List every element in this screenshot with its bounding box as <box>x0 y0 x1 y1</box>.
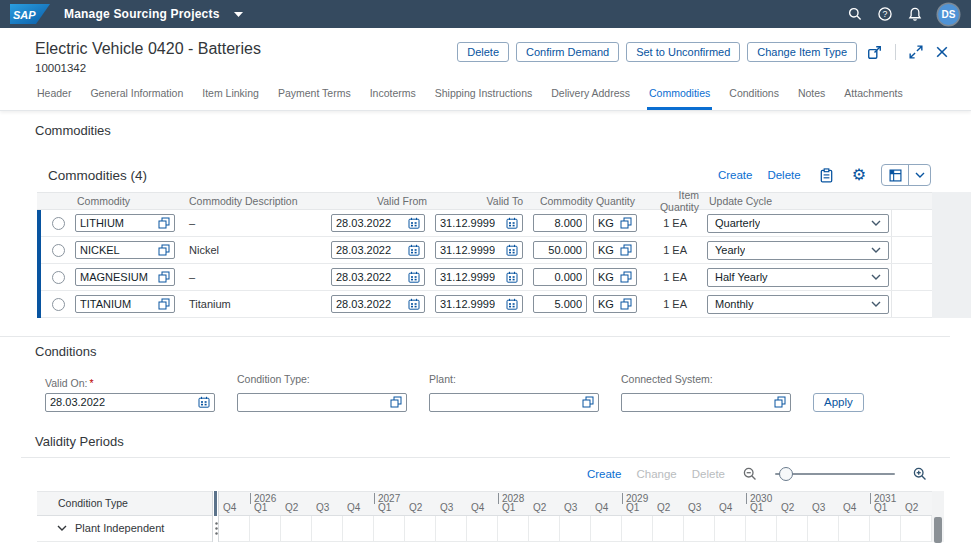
vertical-scrollbar[interactable] <box>932 491 944 542</box>
condition-type-input[interactable] <box>237 393 407 412</box>
value-help-icon[interactable] <box>158 298 170 310</box>
calendar-icon[interactable] <box>506 244 518 256</box>
update-cycle-select[interactable]: Half Yearly <box>707 268 889 287</box>
vp-create-button[interactable]: Create <box>587 468 622 480</box>
timeline-quarter[interactable]: Q4 <box>219 492 250 515</box>
unit-input[interactable]: KG <box>593 268 637 286</box>
vp-change-button[interactable]: Change <box>636 468 676 480</box>
expand-chevron-icon[interactable] <box>57 525 67 531</box>
tab-commodities[interactable]: Commodities <box>647 87 712 110</box>
timeline-quarter[interactable]: 2031Q1 <box>870 492 901 515</box>
row-select-radio[interactable] <box>52 298 65 311</box>
settings-gear-icon[interactable]: ⚙ <box>852 168 866 182</box>
set-to-unconfirmed-button[interactable]: Set to Unconfirmed <box>626 42 740 62</box>
tab-delivery-address[interactable]: Delivery Address <box>549 87 632 110</box>
value-help-icon[interactable] <box>620 298 632 310</box>
zoom-slider[interactable] <box>775 467 895 481</box>
commodity-input[interactable]: LITHIUM <box>75 214 175 232</box>
timeline-quarter[interactable]: Q2 <box>777 492 808 515</box>
value-help-icon[interactable] <box>582 396 594 408</box>
timeline-quarter[interactable]: 2027Q1 <box>374 492 405 515</box>
calendar-icon[interactable] <box>408 298 420 310</box>
gantt-cell[interactable] <box>219 516 250 542</box>
gantt-cell[interactable] <box>374 516 405 542</box>
gantt-cell[interactable] <box>808 516 839 542</box>
tab-incoterms[interactable]: Incoterms <box>368 87 418 110</box>
row-select-radio[interactable] <box>52 271 65 284</box>
table-create-button[interactable]: Create <box>718 169 753 181</box>
table-delete-button[interactable]: Delete <box>767 169 800 181</box>
gantt-cell[interactable] <box>653 516 684 542</box>
commodity-input[interactable]: TITANIUM <box>75 295 175 313</box>
zoom-in-icon[interactable] <box>910 465 930 483</box>
unit-input[interactable]: KG <box>593 241 637 259</box>
paste-icon[interactable] <box>816 166 837 185</box>
timeline-quarter[interactable]: 2028Q1 <box>498 492 529 515</box>
value-help-icon[interactable] <box>620 271 632 283</box>
update-cycle-select[interactable]: Yearly <box>707 241 889 260</box>
calendar-icon[interactable] <box>198 396 210 408</box>
calendar-icon[interactable] <box>506 298 518 310</box>
timeline-quarter[interactable]: Q3 <box>808 492 839 515</box>
gantt-cell[interactable] <box>467 516 498 542</box>
export-button[interactable] <box>882 165 909 185</box>
timeline-quarter[interactable]: Q2 <box>901 492 932 515</box>
timeline-quarter[interactable]: Q4 <box>715 492 746 515</box>
calendar-icon[interactable] <box>408 271 420 283</box>
quantity-input[interactable]: 8.000 <box>533 214 587 232</box>
quantity-input[interactable]: 50.000 <box>533 241 587 259</box>
slider-thumb[interactable] <box>779 467 793 481</box>
update-cycle-select[interactable]: Monthly <box>707 295 889 314</box>
export-menu-chevron-icon[interactable] <box>909 165 930 185</box>
gantt-cell[interactable] <box>777 516 808 542</box>
change-item-type-button[interactable]: Change Item Type <box>747 42 857 62</box>
search-icon[interactable] <box>848 7 862 21</box>
value-help-icon[interactable] <box>774 396 786 408</box>
timeline-quarter[interactable]: Q4 <box>591 492 622 515</box>
value-help-icon[interactable] <box>620 244 632 256</box>
update-cycle-select[interactable]: Quarterly <box>707 214 889 233</box>
avatar[interactable]: DS <box>938 4 959 25</box>
gantt-cell[interactable] <box>746 516 777 542</box>
row-select-radio[interactable] <box>52 217 65 230</box>
gantt-cell[interactable] <box>343 516 374 542</box>
gantt-cell[interactable] <box>560 516 591 542</box>
timeline-quarter[interactable]: 2029Q1 <box>622 492 653 515</box>
calendar-icon[interactable] <box>506 217 518 229</box>
quantity-input[interactable]: 0.000 <box>533 268 587 286</box>
tab-conditions[interactable]: Conditions <box>727 87 781 110</box>
tab-general-information[interactable]: General Information <box>88 87 185 110</box>
gantt-cell[interactable] <box>901 516 932 542</box>
gantt-cell[interactable] <box>281 516 312 542</box>
gantt-cell[interactable] <box>684 516 715 542</box>
timeline-quarter[interactable]: Q3 <box>684 492 715 515</box>
unit-input[interactable]: KG <box>593 214 637 232</box>
commodity-input[interactable]: NICKEL <box>75 241 175 259</box>
scrollbar-thumb[interactable] <box>934 517 942 543</box>
gantt-cell[interactable] <box>498 516 529 542</box>
confirm-demand-button[interactable]: Confirm Demand <box>516 42 619 62</box>
fullscreen-icon[interactable] <box>906 43 926 61</box>
value-help-icon[interactable] <box>158 244 170 256</box>
gantt-cell[interactable] <box>591 516 622 542</box>
commodity-input[interactable]: MAGNESIUM <box>75 268 175 286</box>
plant-input[interactable] <box>429 393 599 412</box>
share-icon[interactable] <box>864 43 885 62</box>
value-help-icon[interactable] <box>620 217 632 229</box>
gantt-cell[interactable] <box>870 516 901 542</box>
gantt-cell[interactable] <box>622 516 653 542</box>
gantt-cell[interactable] <box>405 516 436 542</box>
vp-delete-button[interactable]: Delete <box>692 468 725 480</box>
valid-to-input[interactable]: 31.12.9999 <box>435 241 523 259</box>
tab-notes[interactable]: Notes <box>796 87 827 110</box>
gantt-cell[interactable] <box>529 516 560 542</box>
timeline-quarter[interactable]: 2026Q1 <box>250 492 281 515</box>
timeline-quarter[interactable]: Q3 <box>436 492 467 515</box>
quantity-input[interactable]: 5.000 <box>533 295 587 313</box>
gantt-cell[interactable] <box>715 516 746 542</box>
valid-from-input[interactable]: 28.03.2022 <box>331 241 425 259</box>
valid-to-input[interactable]: 31.12.9999 <box>435 214 523 232</box>
valid-to-input[interactable]: 31.12.9999 <box>435 268 523 286</box>
value-help-icon[interactable] <box>158 271 170 283</box>
close-icon[interactable] <box>933 44 951 60</box>
